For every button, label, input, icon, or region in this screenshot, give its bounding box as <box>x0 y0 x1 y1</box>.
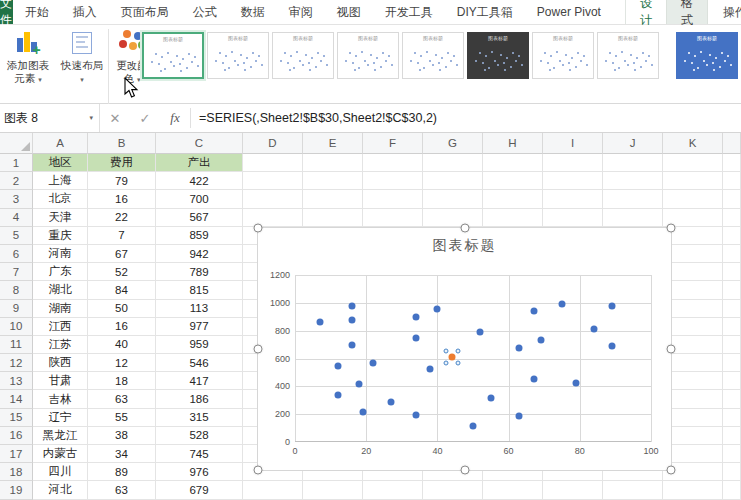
cell-G19[interactable] <box>423 481 483 499</box>
tab-格式[interactable]: 格式 <box>666 0 708 24</box>
cell-19[interactable] <box>723 481 741 499</box>
cell-K17[interactable] <box>663 445 723 463</box>
cell-B16[interactable]: 38 <box>88 427 156 445</box>
cell-9[interactable] <box>723 300 741 318</box>
cell-6[interactable] <box>723 245 741 263</box>
data-point[interactable] <box>413 335 420 342</box>
chart-style-6[interactable]: 图表标题 <box>467 32 529 79</box>
cell-4[interactable] <box>723 209 741 227</box>
enter-icon[interactable]: ✓ <box>130 104 160 132</box>
data-point[interactable] <box>348 303 355 310</box>
tab-页面布局[interactable]: 页面布局 <box>109 0 181 24</box>
cell-E1[interactable] <box>303 154 363 172</box>
cell-A11[interactable]: 江苏 <box>33 336 88 354</box>
data-point[interactable] <box>537 337 544 344</box>
cell-K9[interactable] <box>663 300 723 318</box>
chevron-down-icon[interactable]: ▾ <box>89 114 93 122</box>
cell-A7[interactable]: 广东 <box>33 263 88 281</box>
cell-J3[interactable] <box>603 190 663 208</box>
row-header-18[interactable]: 18 <box>0 463 33 481</box>
data-point[interactable] <box>477 329 484 336</box>
cell-A2[interactable]: 上海 <box>33 172 88 190</box>
data-point[interactable] <box>334 392 341 399</box>
tell-me-search[interactable]: 操作说明搜索 <box>708 0 741 24</box>
data-point[interactable] <box>516 413 523 420</box>
row-header-9[interactable]: 9 <box>0 300 33 318</box>
row-header-1[interactable]: 1 <box>0 154 33 172</box>
cell-A6[interactable]: 河南 <box>33 245 88 263</box>
chart-style-4[interactable]: 图表标题 <box>337 32 399 79</box>
cell-H1[interactable] <box>483 154 543 172</box>
chart-resize-handle[interactable] <box>667 466 676 475</box>
tab-数据[interactable]: 数据 <box>229 0 277 24</box>
column-header-C[interactable]: C <box>156 133 243 154</box>
cell-C5[interactable]: 859 <box>156 227 243 245</box>
data-point[interactable] <box>530 376 537 383</box>
cell-C6[interactable]: 942 <box>156 245 243 263</box>
data-point[interactable] <box>608 342 615 349</box>
data-point[interactable] <box>487 395 494 402</box>
chart-plot-area[interactable]: 020040060080010001200020406080100 <box>295 275 651 442</box>
data-point[interactable] <box>470 423 477 430</box>
data-point-selected[interactable] <box>448 354 455 361</box>
data-point[interactable] <box>334 363 341 370</box>
cell-12[interactable] <box>723 354 741 372</box>
cell-E2[interactable] <box>303 172 363 190</box>
cell-B10[interactable]: 16 <box>88 318 156 336</box>
chart-resize-handle[interactable] <box>254 345 263 354</box>
row-header-14[interactable]: 14 <box>0 390 33 408</box>
cell-16[interactable] <box>723 427 741 445</box>
cell-K3[interactable] <box>663 190 723 208</box>
column-header-A[interactable]: A <box>33 133 88 154</box>
cell-E3[interactable] <box>303 190 363 208</box>
cell-C13[interactable]: 417 <box>156 372 243 390</box>
cell-B1[interactable]: 费用 <box>88 154 156 172</box>
cell-C17[interactable]: 745 <box>156 445 243 463</box>
chart-style-5[interactable]: 图表标题 <box>402 32 464 79</box>
chart-resize-handle[interactable] <box>461 466 470 475</box>
row-header-10[interactable]: 10 <box>0 318 33 336</box>
cell-F19[interactable] <box>363 481 423 499</box>
data-point[interactable] <box>348 316 355 323</box>
cell-I4[interactable] <box>543 209 603 227</box>
cell-D4[interactable] <box>243 209 303 227</box>
cell-I3[interactable] <box>543 190 603 208</box>
cell-D3[interactable] <box>243 190 303 208</box>
column-header-E[interactable]: E <box>303 133 363 154</box>
insert-function-icon[interactable]: fx <box>160 104 190 132</box>
cell-10[interactable] <box>723 318 741 336</box>
cell-C19[interactable]: 679 <box>156 481 243 499</box>
cell-B13[interactable]: 18 <box>88 372 156 390</box>
data-point[interactable] <box>530 307 537 314</box>
data-point[interactable] <box>388 398 395 405</box>
cell-B4[interactable]: 22 <box>88 209 156 227</box>
chart-title[interactable]: 图表标题 <box>258 237 671 255</box>
cell-G4[interactable] <box>423 209 483 227</box>
column-header-D[interactable]: D <box>243 133 303 154</box>
cell-B19[interactable]: 63 <box>88 481 156 499</box>
column-header-F[interactable]: F <box>363 133 423 154</box>
data-point[interactable] <box>356 380 363 387</box>
row-header-13[interactable]: 13 <box>0 372 33 390</box>
chart-resize-handle[interactable] <box>254 466 263 475</box>
tab-DIY工具箱[interactable]: DIY工具箱 <box>445 0 525 24</box>
data-point[interactable] <box>348 341 355 348</box>
cell-A3[interactable]: 北京 <box>33 190 88 208</box>
column-header-B[interactable]: B <box>88 133 156 154</box>
cell-A17[interactable]: 内蒙古 <box>33 445 88 463</box>
cell-K12[interactable] <box>663 354 723 372</box>
cell-K1[interactable] <box>663 154 723 172</box>
cell-B14[interactable]: 63 <box>88 390 156 408</box>
cell-B18[interactable]: 89 <box>88 463 156 481</box>
cell-B3[interactable]: 16 <box>88 190 156 208</box>
cell-15[interactable] <box>723 409 741 427</box>
cell-A12[interactable]: 陕西 <box>33 354 88 372</box>
cell-C7[interactable]: 789 <box>156 263 243 281</box>
cell-C10[interactable]: 977 <box>156 318 243 336</box>
cell-D2[interactable] <box>243 172 303 190</box>
row-header-4[interactable]: 4 <box>0 209 33 227</box>
cell-C1[interactable]: 产出 <box>156 154 243 172</box>
select-all-corner[interactable] <box>0 133 33 154</box>
tab-开始[interactable]: 开始 <box>13 0 61 24</box>
cell-A9[interactable]: 湖南 <box>33 300 88 318</box>
